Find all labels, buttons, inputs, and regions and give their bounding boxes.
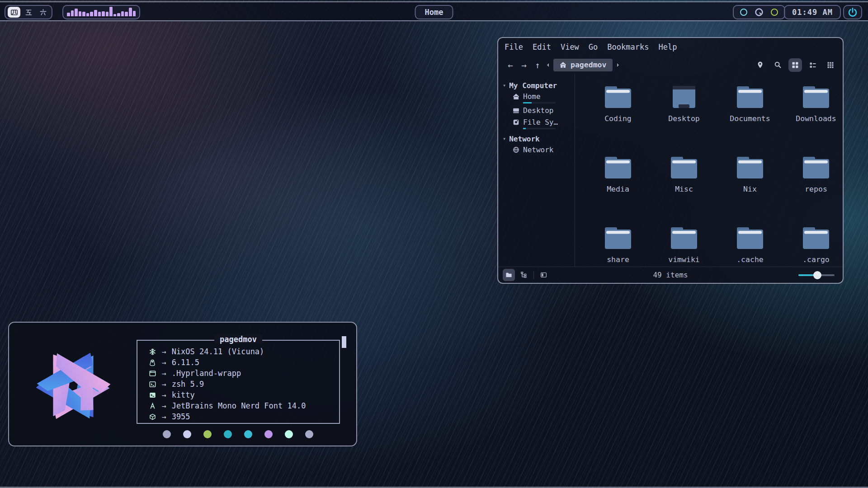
workspace-button[interactable]: [37, 7, 49, 18]
palette-dot: [183, 430, 191, 438]
path-scroll-left[interactable]: [545, 62, 551, 68]
visualizer-bar: [82, 12, 85, 16]
folder-icon: [802, 155, 830, 181]
folder-icon: [604, 155, 632, 181]
file-item[interactable]: Documents: [717, 84, 783, 155]
terminal-cursor: [342, 336, 346, 348]
up-button[interactable]: ↑: [531, 60, 544, 70]
file-item-label: share: [607, 255, 629, 264]
sidebar-section-header[interactable]: ▾Network: [498, 132, 575, 145]
palette-dot: [224, 430, 232, 438]
visualizer-bar: [75, 9, 78, 16]
file-item-label: Nix: [743, 185, 757, 193]
sidebar-section-label: My Computer: [509, 81, 557, 90]
file-item-label: Downloads: [796, 114, 836, 123]
palette-dot: [203, 430, 212, 438]
workspace-button[interactable]: [8, 7, 20, 18]
workspace-button[interactable]: [22, 7, 35, 18]
power-button[interactable]: [843, 5, 862, 19]
toolbar: ← → ↑ pagedmov: [498, 56, 843, 74]
indicator-ring2-icon: [771, 9, 778, 16]
window-manager-icon: [148, 370, 156, 377]
disk-icon: [513, 119, 519, 126]
fetch-line: →kitty: [148, 389, 339, 400]
location-pin-button[interactable]: [753, 58, 767, 72]
visualizer-bar: [113, 14, 117, 16]
font-letter-icon: [148, 403, 156, 409]
fetch-line: →zsh 5.9: [148, 379, 339, 389]
file-item[interactable]: Desktop: [651, 84, 717, 155]
package-cube-icon: [148, 413, 156, 420]
path-scroll-right[interactable]: [615, 62, 621, 68]
file-item-label: repos: [805, 185, 827, 193]
menu-bar: FileEditViewGoBookmarksHelp: [498, 38, 843, 56]
file-item[interactable]: Downloads: [783, 84, 844, 155]
places-sidebar: ▾My ComputerHomeDesktopFile Sy…▾NetworkN…: [498, 74, 575, 267]
file-item[interactable]: Media: [585, 155, 651, 225]
arrow-glyph: →: [162, 347, 166, 356]
file-item[interactable]: Misc: [651, 155, 717, 225]
disk-usage-fill: [523, 102, 532, 103]
arrow-glyph: →: [162, 413, 166, 421]
sidebar-item-text: Home: [523, 92, 556, 103]
menu-item-go[interactable]: Go: [589, 42, 598, 52]
menu-item-help[interactable]: Help: [658, 42, 677, 52]
visualizer-bar: [129, 8, 132, 16]
menu-item-bookmarks[interactable]: Bookmarks: [607, 42, 649, 52]
forward-button[interactable]: →: [517, 60, 531, 70]
back-button[interactable]: ←: [504, 60, 517, 70]
sidebar-item-text: Network: [523, 145, 553, 155]
collapse-triangle-icon: ▾: [503, 136, 506, 142]
search-button[interactable]: [771, 58, 784, 72]
file-item-label: vimwiki: [668, 255, 700, 264]
sidebar-item-label: Home: [523, 92, 556, 101]
system-indicators[interactable]: [733, 5, 785, 19]
status-bar-bottom: 49 items: [498, 267, 843, 283]
path-segment-home[interactable]: pagedmov: [553, 59, 613, 71]
file-item-label: Documents: [730, 114, 770, 123]
zoom-slider-knob[interactable]: [813, 271, 821, 279]
compact-view-button[interactable]: [806, 58, 820, 72]
sidebar-item-desktop[interactable]: Desktop: [498, 106, 575, 115]
clock[interactable]: 01:49 AM: [784, 5, 841, 19]
fetch-value: kitty: [172, 390, 195, 399]
sidebar-item-filesy[interactable]: File Sy…: [498, 118, 575, 129]
sidebar-item-home[interactable]: Home: [498, 92, 575, 103]
fetch-line: →3955: [148, 411, 339, 422]
sidebar-section-header[interactable]: ▾My Computer: [498, 79, 575, 92]
menu-item-edit[interactable]: Edit: [533, 42, 551, 52]
thumbnail-view-button[interactable]: [824, 58, 837, 72]
menu-item-file[interactable]: File: [505, 42, 523, 52]
file-item[interactable]: Coding: [585, 84, 651, 155]
visualizer-bar: [90, 12, 93, 16]
home-icon: [513, 93, 519, 100]
visualizer-bar: [102, 11, 105, 16]
power-icon: [848, 7, 858, 17]
workspace-switcher[interactable]: [5, 5, 52, 19]
file-item[interactable]: Nix: [717, 155, 783, 225]
shell-prompt-icon: [148, 381, 156, 388]
file-grid: CodingDesktopDocumentsDownloadsMediaMisc…: [575, 74, 844, 267]
fastfetch-box: pagedmov →NixOS 24.11 (Vicuna)→6.11.5→.H…: [137, 340, 340, 424]
visualizer-bar: [86, 13, 90, 16]
sidebar-item-label: Desktop: [523, 106, 553, 115]
folder-icon: [736, 155, 764, 181]
menu-item-view[interactable]: View: [561, 42, 579, 52]
item-count-label: 49 items: [498, 271, 843, 279]
active-window-title[interactable]: Home: [415, 5, 453, 19]
fetch-value: NixOS 24.11 (Vicuna): [172, 347, 264, 356]
folder-icon: [670, 155, 698, 181]
desktop-icon: [513, 107, 519, 114]
terminal-window: pagedmov →NixOS 24.11 (Vicuna)→6.11.5→.H…: [8, 322, 357, 446]
zoom-slider[interactable]: [798, 271, 835, 279]
visualizer-bar: [79, 11, 82, 16]
arrow-glyph: →: [162, 380, 166, 389]
fetch-value: .Hyprland-wrapp: [172, 369, 241, 378]
idle-indicator-icon: [755, 8, 764, 17]
file-item[interactable]: repos: [783, 155, 844, 225]
file-manager-window: FileEditViewGoBookmarksHelp ← → ↑ pagedm…: [497, 37, 844, 284]
icon-view-button[interactable]: [788, 58, 802, 72]
sidebar-item-network[interactable]: Network: [498, 145, 575, 155]
desktop: Home 01:49 AM FileEditViewGoBookmarksHel…: [0, 0, 868, 488]
sidebar-section-label: Network: [509, 135, 539, 143]
